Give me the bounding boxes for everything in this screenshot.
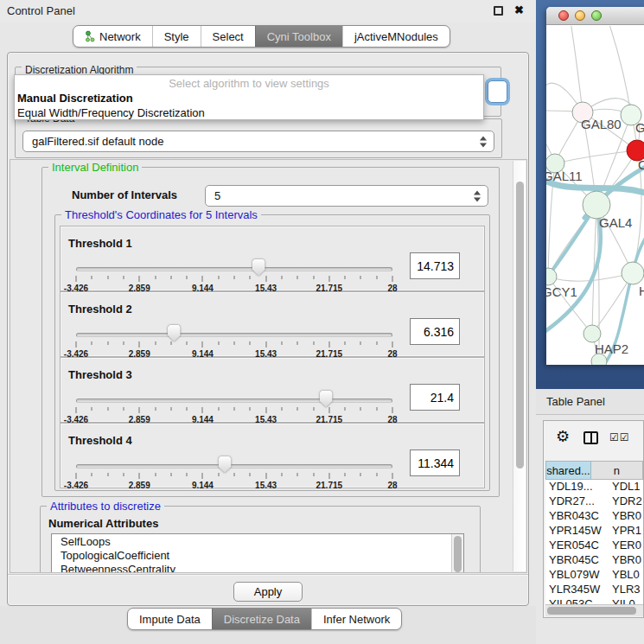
tick-mark: [234, 407, 235, 411]
tick-mark: [281, 473, 282, 476]
network-window-titlebar[interactable]: [546, 7, 644, 25]
attributes-list-scrollbar[interactable]: [451, 534, 463, 573]
network-canvas[interactable]: GAL80GCGAL11GAL4GCY1HHAP2: [546, 26, 644, 365]
tick-mark: [92, 341, 92, 345]
slider-thumb[interactable]: [168, 325, 181, 341]
checkbox-icons[interactable]: ☑☑: [609, 431, 630, 443]
tick-mark: [297, 341, 298, 345]
float-window-icon[interactable]: [494, 6, 503, 16]
dropdown-option-equal-width-frequency-discretization[interactable]: Equal Width/Frequency Discretization: [15, 105, 483, 120]
table-row[interactable]: YBR045CYBR0: [545, 553, 643, 568]
slider-thumb[interactable]: [219, 456, 232, 473]
threshold-slider[interactable]: -3.4262.8599.14415.4321.71528: [76, 462, 392, 489]
split-columns-icon[interactable]: [583, 431, 598, 444]
minimize-traffic-light-icon[interactable]: [575, 10, 585, 21]
slider-track: [76, 399, 392, 403]
list-item[interactable]: SelfLoops: [52, 535, 463, 548]
settings-vertical-scrollbar[interactable]: [513, 161, 526, 571]
tick-mark: [187, 276, 188, 279]
table-row[interactable]: YBL079WYBL0: [545, 568, 643, 583]
numerical-attributes-label: Numerical Attributes: [48, 517, 158, 530]
tab-label: jActiveMNodules: [354, 30, 438, 43]
threshold-slider[interactable]: -3.4262.8599.14415.4321.71528: [76, 265, 392, 292]
cell-name: YER0: [606, 539, 643, 553]
table-row[interactable]: YLR345WYLR3: [545, 583, 643, 597]
table-horizontal-scrollbar[interactable]: [545, 604, 643, 616]
tab-select[interactable]: Select: [201, 26, 255, 47]
threshold-value-field[interactable]: 14.713: [410, 252, 460, 279]
algorithm-combobox-focus-fragment[interactable]: [488, 80, 507, 103]
tick-mark: [92, 407, 92, 411]
table-scrollbar-thumb[interactable]: [547, 607, 636, 615]
table-row[interactable]: YDL19...YDL1: [545, 480, 643, 494]
network-node[interactable]: [591, 354, 607, 365]
zoom-traffic-light-icon[interactable]: [591, 10, 602, 21]
tick-label: 2.859: [129, 481, 150, 490]
tab-network[interactable]: Network: [73, 26, 152, 47]
tick-mark: [170, 407, 171, 411]
numerical-attributes-list[interactable]: SelfLoopsTopologicalCoefficientBetweenne…: [51, 533, 464, 573]
apply-button[interactable]: Apply: [233, 582, 303, 602]
tab-jactivemnodules[interactable]: jActiveMNodules: [342, 26, 450, 47]
list-item[interactable]: BetweennessCentrality: [52, 563, 463, 573]
interval-definition-group-label: Interval Definition: [48, 161, 142, 174]
list-item[interactable]: TopologicalCoefficient: [52, 549, 463, 562]
threshold-slider[interactable]: -3.4262.8599.14415.4321.71528: [76, 330, 392, 358]
node-label: GAL80: [581, 117, 622, 131]
gear-icon[interactable]: ⚙: [556, 429, 570, 444]
table-row[interactable]: YIL053CYIL0: [545, 597, 643, 604]
dropdown-option-manual-discretization[interactable]: Manual Discretization: [15, 91, 483, 105]
tab-impute-data[interactable]: Impute Data: [128, 609, 212, 629]
algorithm-dropdown: Select algorithm to view settings Manual…: [14, 74, 484, 120]
threshold-value-field[interactable]: 6.316: [410, 318, 460, 345]
settings-scrollbar-thumb[interactable]: [516, 182, 524, 469]
table-data-combobox[interactable]: galFiltered.sif default node: [22, 131, 494, 152]
table-row[interactable]: YDR27...YDR2: [545, 494, 643, 509]
slider-track: [76, 464, 392, 469]
tick-mark: [202, 276, 203, 282]
tab-infer-network[interactable]: Infer Network: [311, 609, 401, 629]
cell-shared-name: YDL19...: [545, 480, 606, 494]
number-of-intervals-label: Number of Intervals: [72, 188, 177, 201]
tab-discretize-data[interactable]: Discretize Data: [212, 609, 311, 629]
tab-label: Cyni Toolbox: [267, 30, 331, 43]
column-header-name[interactable]: n: [591, 461, 643, 480]
tab-style[interactable]: Style: [152, 26, 201, 47]
node-table[interactable]: shared... n YDL19...YDL1YDR27...YDR2YBR0…: [545, 461, 643, 604]
tick-mark: [250, 276, 251, 279]
slider-thumb[interactable]: [320, 391, 333, 407]
threshold-slider[interactable]: -3.4262.8599.14415.4321.71528: [76, 396, 392, 424]
table-row[interactable]: YPR145WYPR1: [545, 524, 643, 539]
threshold-label: Threshold 2: [68, 303, 132, 316]
table-rows: YDL19...YDL1YDR27...YDR2YBR043CYBR0YPR14…: [545, 480, 643, 604]
cell-shared-name: YBR043C: [545, 509, 606, 524]
algorithm-dropdown-options: Manual DiscretizationEqual Width/Frequen…: [15, 91, 483, 120]
table-row[interactable]: YER054CYER0: [545, 539, 643, 553]
network-view[interactable]: GAL80GCGAL11GAL4GCY1HHAP2: [546, 26, 644, 365]
close-icon[interactable]: ✖: [514, 3, 524, 16]
threshold-value-field[interactable]: 21.4: [410, 384, 460, 411]
algorithm-dropdown-placeholder: Select algorithm to view settings: [15, 76, 483, 91]
table-row[interactable]: YBR043CYBR0: [545, 509, 643, 524]
tab-label: Network: [99, 30, 141, 43]
threshold-value-field[interactable]: 11.344: [410, 450, 460, 476]
tick-mark: [187, 407, 188, 411]
tab-cyni-toolbox[interactable]: Cyni Toolbox: [255, 26, 342, 47]
tick-mark: [297, 276, 298, 279]
node-label: G: [635, 120, 644, 135]
network-node-h[interactable]: [622, 262, 644, 284]
slider-ticks: [76, 276, 392, 283]
slider-thumb[interactable]: [252, 259, 265, 276]
number-of-intervals-combobox[interactable]: 5: [205, 185, 488, 207]
tick-mark: [328, 276, 329, 282]
attributes-list-scrollbar-thumb[interactable]: [454, 536, 462, 572]
network-node-gcy1[interactable]: [546, 268, 557, 285]
close-traffic-light-icon[interactable]: [558, 10, 569, 21]
tick-mark: [265, 276, 266, 282]
tick-mark: [107, 341, 108, 345]
network-node-hap2[interactable]: [583, 325, 601, 342]
threshold-panel: Threshold 4-3.4262.8599.14415.4321.71528…: [60, 423, 485, 488]
tab-bar: NetworkStyleSelectCyni ToolboxjActiveMNo…: [73, 25, 450, 48]
column-header-shared-name[interactable]: shared...: [545, 461, 591, 480]
table-header: shared... n: [545, 461, 643, 480]
